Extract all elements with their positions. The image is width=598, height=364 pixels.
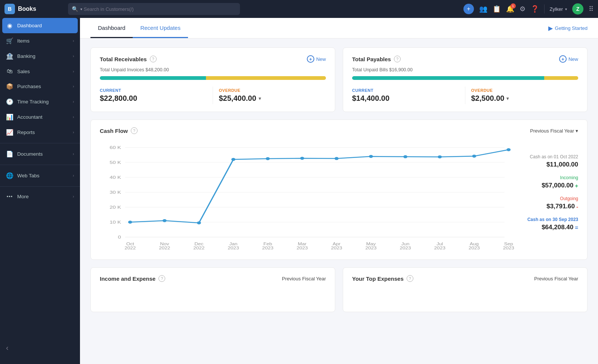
add-button[interactable]: +: [463, 4, 474, 14]
search-icon: 🔍: [72, 6, 78, 12]
overdue-value: $2,500.00 ▾: [471, 94, 579, 103]
outgoing-stat: Outgoing $3,791.60 -: [522, 196, 578, 210]
period-dropdown-arrow: ▾: [576, 128, 578, 134]
svg-text:Nov: Nov: [160, 242, 169, 246]
documents-icon: 📄: [6, 150, 13, 158]
sidebar-item-documents[interactable]: 📄 Documents ›: [0, 146, 80, 162]
chevron-right-icon: ›: [73, 115, 74, 119]
svg-text:0: 0: [118, 235, 121, 240]
overdue-amount-col: OVERDUE $25,400.00 ▾: [213, 87, 326, 104]
svg-point-17: [231, 158, 235, 161]
banking-icon: 🏦: [6, 53, 13, 60]
sidebar-item-accountant[interactable]: 📊 Accountant ›: [0, 109, 80, 125]
tab-recent-updates[interactable]: Recent Updates: [133, 18, 188, 38]
payables-progress-bar: [352, 76, 578, 80]
svg-text:30 K: 30 K: [110, 190, 121, 195]
sidebar-collapse-button[interactable]: ‹: [0, 339, 80, 357]
cash-end-stat: Cash as on 30 Sep 2023 $64,208.40 =: [522, 217, 578, 231]
card-title: Total Payables: [352, 56, 391, 62]
sidebar-item-items[interactable]: 🛒 Items ›: [0, 33, 80, 49]
dashboard-icon: ◉: [6, 22, 13, 29]
sidebar-divider: [0, 143, 80, 143]
top-expenses-period-selector[interactable]: Previous Fiscal Year: [534, 276, 578, 281]
chevron-right-icon: ›: [73, 69, 74, 74]
feedback-icon[interactable]: 📋: [493, 5, 501, 13]
chevron-right-icon: ›: [73, 100, 74, 104]
income-expense-info-icon[interactable]: ?: [158, 275, 165, 282]
overdue-label: OVERDUE: [471, 88, 579, 93]
top-expenses-period-label: Previous Fiscal Year: [534, 276, 578, 281]
sidebar-item-label: Items: [17, 38, 69, 44]
sidebar-item-label: Purchases: [17, 84, 69, 89]
svg-point-23: [438, 155, 442, 158]
svg-text:2023: 2023: [331, 246, 342, 251]
notifications-icon[interactable]: 🔔 1: [506, 5, 514, 13]
cashflow-info-icon[interactable]: ?: [131, 127, 138, 134]
sidebar-item-sales[interactable]: 🛍 Sales ›: [0, 64, 80, 79]
svg-text:2022: 2022: [159, 246, 170, 251]
payables-new-button[interactable]: + New: [559, 55, 578, 63]
sidebar-item-more[interactable]: ••• More ›: [0, 190, 80, 203]
cash-start-stat: Cash as on 01 Oct 2022 $11,000.00: [522, 154, 578, 168]
total-payables-card: Total Payables ? + New Total Unpaid Bill…: [343, 47, 588, 112]
top-expenses-title: Your Top Expenses: [352, 276, 404, 282]
income-expense-title: Income and Expense: [100, 276, 155, 282]
svg-text:Dec: Dec: [194, 242, 203, 246]
info-icon[interactable]: ?: [394, 56, 401, 62]
sidebar-item-banking[interactable]: 🏦 Banking ›: [0, 49, 80, 64]
receivables-new-button[interactable]: + New: [307, 55, 326, 63]
main-layout: ◉ Dashboard 🛒 Items › 🏦 Banking › 🛍 Sale…: [0, 18, 598, 364]
tab-dashboard[interactable]: Dashboard: [90, 18, 133, 38]
cashflow-card: Cash Flow ? Previous Fiscal Year ▾: [90, 119, 588, 260]
svg-point-15: [163, 219, 167, 222]
sidebar-item-reports[interactable]: 📈 Reports ›: [0, 125, 80, 140]
summary-cards-row: Total Receivables ? + New Total Unpaid I…: [90, 47, 588, 112]
card-subtitle: Total Unpaid Bills $16,900.00: [352, 67, 578, 72]
svg-text:2023: 2023: [469, 246, 480, 251]
chevron-right-icon: ›: [73, 195, 74, 199]
search-dropdown-arrow[interactable]: ▾: [80, 7, 82, 11]
sidebar-item-label: Sales: [17, 69, 69, 74]
current-bar: [352, 76, 544, 80]
cashflow-title-row: Cash Flow ?: [100, 127, 138, 134]
contacts-icon[interactable]: 👥: [479, 5, 487, 13]
app-brand: B Books: [4, 4, 64, 14]
cashflow-chart-area: 60 K 50 K 40 K 30 K 20 K 10 K 0: [100, 140, 515, 252]
svg-text:Oct: Oct: [126, 242, 135, 246]
search-bar[interactable]: 🔍 ▾: [68, 3, 240, 15]
sidebar: ◉ Dashboard 🛒 Items › 🏦 Banking › 🛍 Sale…: [0, 18, 80, 364]
sidebar-item-purchases[interactable]: 📦 Purchases ›: [0, 79, 80, 94]
info-icon[interactable]: ?: [150, 56, 157, 62]
new-btn-label: New: [568, 56, 578, 62]
sidebar-item-web-tabs[interactable]: 🌐 Web Tabs ›: [0, 168, 80, 183]
avatar[interactable]: Z: [572, 3, 583, 15]
notification-badge: 1: [511, 3, 516, 9]
bottom-card-header: Your Top Expenses ? Previous Fiscal Year: [352, 275, 578, 282]
outgoing-label: Outgoing: [522, 196, 578, 201]
income-expense-card: Income and Expense ? Previous Fiscal Yea…: [90, 267, 335, 312]
search-input[interactable]: [84, 6, 236, 12]
svg-text:2023: 2023: [400, 246, 411, 251]
overdue-dropdown-arrow[interactable]: ▾: [506, 96, 509, 101]
overdue-value: $25,400.00 ▾: [219, 94, 326, 103]
settings-icon[interactable]: ⚙: [520, 5, 525, 13]
sidebar-divider: [0, 186, 80, 187]
user-menu[interactable]: Zylker ▾: [550, 6, 567, 12]
top-expenses-info-icon[interactable]: ?: [407, 275, 413, 282]
getting-started-button[interactable]: ▶ Getting Started: [548, 25, 588, 32]
overdue-dropdown-arrow[interactable]: ▾: [259, 96, 261, 101]
apps-grid-icon[interactable]: ⠿: [589, 5, 594, 13]
new-btn-label: New: [316, 56, 326, 62]
sidebar-item-time-tracking[interactable]: 🕐 Time Tracking ›: [0, 94, 80, 109]
cashflow-period-selector[interactable]: Previous Fiscal Year ▾: [530, 128, 578, 134]
svg-point-20: [335, 157, 339, 160]
income-expense-period-selector[interactable]: Previous Fiscal Year: [282, 276, 326, 281]
svg-text:2023: 2023: [228, 246, 239, 251]
svg-point-16: [197, 221, 201, 224]
sidebar-item-dashboard[interactable]: ◉ Dashboard: [2, 18, 78, 33]
svg-text:Mar: Mar: [298, 242, 306, 246]
help-icon[interactable]: ❓: [531, 5, 539, 13]
sidebar-item-label: Banking: [17, 53, 69, 59]
chevron-right-icon: ›: [73, 152, 74, 156]
sidebar-item-label: Accountant: [17, 114, 69, 120]
